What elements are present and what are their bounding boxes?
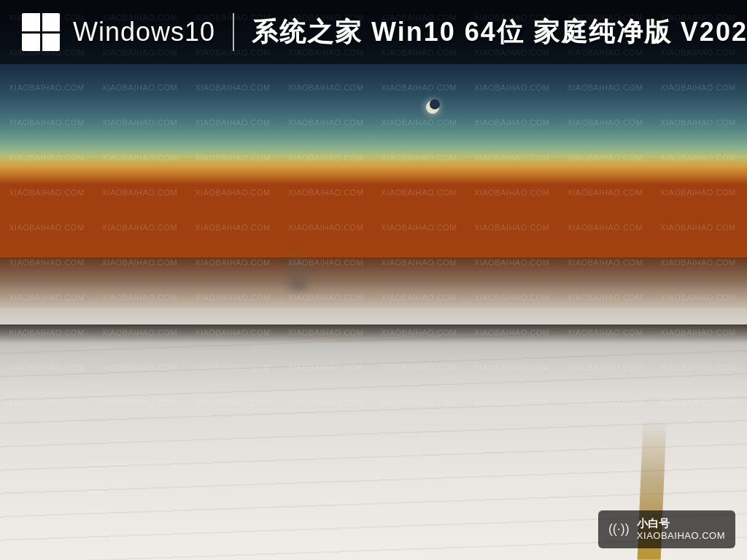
- industrial-smoke: [284, 246, 313, 290]
- badge-url-label: XIAOBAIHAO.COM: [637, 530, 725, 542]
- main-scene: XIAOBAIHAO.COMXIAOBAIHAO.COMXIAOBAIHAO.C…: [0, 0, 747, 560]
- badge-chinese-label: 小白号: [637, 516, 725, 531]
- title-bar: Windows10 系统之家 Win10 64位 家庭纯净版 V2023: [0, 0, 747, 64]
- windows-logo-icon: [22, 13, 60, 51]
- moon: [426, 101, 439, 117]
- windows-label: Windows10: [73, 17, 215, 47]
- watermark-badge: ((·)) 小白号 XIAOBAIHAO.COM: [598, 510, 735, 548]
- radio-wave-icon: ((·)): [608, 521, 630, 537]
- title-divider: [233, 13, 234, 51]
- title-text: 系统之家 Win10 64位 家庭纯净版 V2023: [252, 15, 747, 50]
